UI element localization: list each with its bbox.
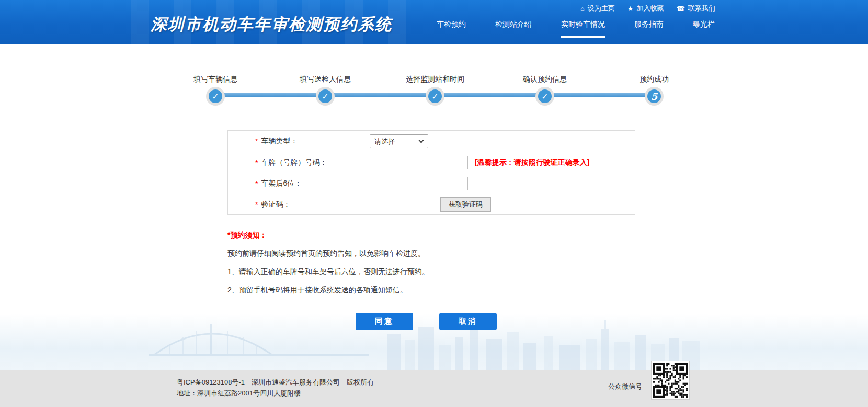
vehicle-type-field-cell: 请选择 xyxy=(356,131,635,152)
main-nav: 车检预约 检测站介绍 实时验车情况 服务指南 曝光栏 xyxy=(437,20,715,38)
step-circle-5-current: 5 xyxy=(645,87,664,106)
captcha-field-cell: 获取验证码 xyxy=(356,194,635,214)
step-label-vehicle-info: 填写车辆信息 xyxy=(193,75,237,84)
qr-pattern xyxy=(653,363,688,398)
vin-last6-field-cell xyxy=(356,173,635,194)
plate-number-label: 车牌（号牌）号码： xyxy=(261,158,327,167)
cancel-button[interactable]: 取消 xyxy=(439,313,497,330)
nav-item-realtime-inspection-status[interactable]: 实时验车情况 xyxy=(561,20,605,38)
booking-notice: *预约须知： 预约前请仔细阅读预约首页的预约告知，以免影响车检进度。 1、请输入… xyxy=(227,231,429,295)
required-asterisk: * xyxy=(255,159,258,167)
booking-notice-line: 1、请输入正确的车牌号和车架号后六位，否则无法进行预约。 xyxy=(227,267,429,277)
contact-us-label: 联系我们 xyxy=(688,4,715,13)
star-icon: ★ xyxy=(627,5,634,12)
step-circle-2-check-icon: ✓ xyxy=(316,87,335,106)
vin-last6-label-cell: * 车架后6位： xyxy=(228,173,356,194)
nav-item-service-guide[interactable]: 服务指南 xyxy=(634,20,664,38)
city-skyline-watermark xyxy=(146,309,711,370)
vehicle-form-table: * 车辆类型： 请选择 * 车牌（号牌）号码： [温馨提示：请按照行驶证正确录入… xyxy=(227,130,635,215)
footer: 粤ICP备09123108号-1 深圳市通盛汽车服务有限公司 版权所有 地址：深… xyxy=(0,370,868,407)
add-favorite-label: 加入收藏 xyxy=(637,4,664,13)
step-circle-3-check-icon: ✓ xyxy=(426,87,444,106)
footer-text: 粤ICP备09123108号-1 深圳市通盛汽车服务有限公司 版权所有 地址：深… xyxy=(177,377,374,399)
footer-address: 地址：深圳市红荔路2001号四川大厦附楼 xyxy=(177,388,374,399)
step-label-station-time: 选择监测站和时间 xyxy=(406,75,464,84)
phone-icon: ☎ xyxy=(677,5,685,12)
required-asterisk: * xyxy=(255,137,258,145)
captcha-label-cell: * 验证码： xyxy=(228,194,356,214)
home-icon: ⌂ xyxy=(580,5,585,12)
plate-number-field-cell: [温馨提示：请按照行驶证正确录入] xyxy=(356,152,635,173)
page: ⌂ 设为主页 ★ 加入收藏 ☎ 联系我们 深圳市机动车年审检测预约系统 车检预约… xyxy=(0,0,868,407)
captcha-input[interactable] xyxy=(370,198,427,211)
vin-last6-input[interactable] xyxy=(370,177,468,190)
wechat-qr-code xyxy=(651,361,690,400)
get-captcha-button[interactable]: 获取验证码 xyxy=(440,197,491,212)
vehicle-type-select[interactable]: 请选择 xyxy=(370,134,428,148)
step-label-confirm-booking: 确认预约信息 xyxy=(523,75,567,84)
nav-item-exposure-board[interactable]: 曝光栏 xyxy=(693,20,715,38)
step-circle-4-check-icon: ✓ xyxy=(535,87,554,106)
agree-button[interactable]: 同意 xyxy=(356,313,413,330)
nav-item-vehicle-inspection-booking[interactable]: 车检预约 xyxy=(437,20,466,38)
step-label-booking-success: 预约成功 xyxy=(639,75,669,84)
vehicle-type-label: 车辆类型： xyxy=(261,137,298,146)
vehicle-type-select-wrap: 请选择 xyxy=(370,134,428,148)
captcha-label: 验证码： xyxy=(261,200,290,209)
form-row-vehicle-type: * 车辆类型： 请选择 xyxy=(228,131,635,152)
booking-notice-line: 预约前请仔细阅读预约首页的预约告知，以免影响车检进度。 xyxy=(227,249,429,258)
step-label-inspector-info: 填写送检人信息 xyxy=(300,75,351,84)
plate-number-label-cell: * 车牌（号牌）号码： xyxy=(228,152,356,173)
form-row-vin-last6: * 车架后6位： xyxy=(228,173,635,194)
plate-number-input[interactable] xyxy=(370,156,468,169)
wechat-account-label: 公众微信号 xyxy=(608,382,642,391)
form-row-plate-number: * 车牌（号牌）号码： [温馨提示：请按照行驶证正确录入] xyxy=(228,152,635,173)
set-homepage-link[interactable]: ⌂ 设为主页 xyxy=(580,4,615,13)
add-favorite-link[interactable]: ★ 加入收藏 xyxy=(627,4,664,13)
contact-us-link[interactable]: ☎ 联系我们 xyxy=(677,4,715,13)
required-asterisk: * xyxy=(255,179,258,188)
vehicle-type-label-cell: * 车辆类型： xyxy=(228,131,356,152)
site-title: 深圳市机动车年审检测预约系统 xyxy=(151,14,392,36)
booking-notice-title: *预约须知： xyxy=(227,231,429,240)
step-circle-1-check-icon: ✓ xyxy=(206,87,225,106)
vin-last6-label: 车架后6位： xyxy=(261,179,302,188)
nav-item-station-intro[interactable]: 检测站介绍 xyxy=(495,20,532,38)
set-homepage-label: 设为主页 xyxy=(588,4,615,13)
required-asterisk: * xyxy=(255,200,258,209)
plate-number-hint: [温馨提示：请按照行驶证正确录入] xyxy=(475,158,589,167)
footer-copyright: 粤ICP备09123108号-1 深圳市通盛汽车服务有限公司 版权所有 xyxy=(177,377,374,388)
header: ⌂ 设为主页 ★ 加入收藏 ☎ 联系我们 深圳市机动车年审检测预约系统 车检预约… xyxy=(0,0,868,44)
form-row-captcha: * 验证码： 获取验证码 xyxy=(228,194,635,214)
booking-notice-line: 2、预留手机号码将用于接收系统发送的各项通知短信。 xyxy=(227,286,429,295)
topbar-links: ⌂ 设为主页 ★ 加入收藏 ☎ 联系我们 xyxy=(580,4,715,13)
